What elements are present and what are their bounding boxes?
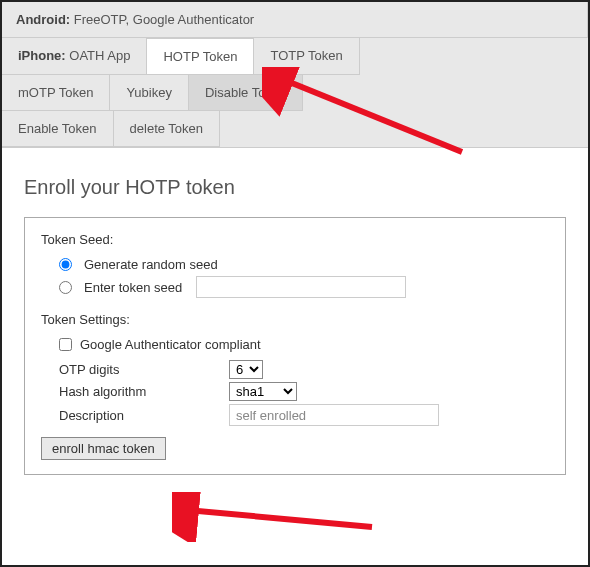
iphone-app: OATH App (66, 48, 131, 63)
tab-hotp-label: HOTP Token (163, 49, 237, 64)
token-settings-label: Token Settings: (41, 312, 549, 327)
tab-android-info[interactable]: Android: FreeOTP, Google Authenticator (2, 2, 588, 38)
tab-enable-token[interactable]: Enable Token (2, 111, 114, 147)
tab-disable-token[interactable]: Disable Token (189, 75, 303, 111)
tabs-container: Android: FreeOTP, Google Authenticator i… (2, 2, 588, 148)
seed-input[interactable] (196, 276, 406, 298)
otp-digits-label: OTP digits (59, 362, 229, 377)
radio-enter-label: Enter token seed (84, 280, 182, 295)
otp-digits-select[interactable]: 6 (229, 360, 263, 379)
radio-generate-label: Generate random seed (84, 257, 218, 272)
android-label: Android: (16, 12, 70, 27)
hash-algorithm-select[interactable]: sha1 (229, 382, 297, 401)
tab-motp-token[interactable]: mOTP Token (2, 75, 110, 111)
iphone-label: iPhone: (18, 48, 66, 63)
tab-delete-token[interactable]: delete Token (114, 111, 221, 147)
gauth-compliant-label: Google Authenticator compliant (80, 337, 261, 352)
radio-enter-seed[interactable] (59, 281, 72, 294)
enroll-form: Token Seed: Generate random seed Enter t… (24, 217, 566, 475)
token-seed-label: Token Seed: (41, 232, 549, 247)
tab-yubikey[interactable]: Yubikey (110, 75, 189, 111)
tab-yubikey-label: Yubikey (126, 85, 172, 100)
tab-totp-token[interactable]: TOTP Token (254, 38, 359, 75)
checkbox-gauth-compliant[interactable] (59, 338, 72, 351)
tab-hotp-token[interactable]: HOTP Token (147, 38, 254, 75)
android-apps: FreeOTP, Google Authenticator (70, 12, 254, 27)
description-label: Description (59, 408, 229, 423)
radio-generate-seed[interactable] (59, 258, 72, 271)
annotation-arrow-2 (172, 492, 392, 542)
tab-totp-label: TOTP Token (270, 48, 342, 63)
tab-enable-label: Enable Token (18, 121, 97, 136)
enroll-hmac-button[interactable]: enroll hmac token (41, 437, 166, 460)
tab-iphone[interactable]: iPhone: OATH App (2, 38, 147, 75)
tab-motp-label: mOTP Token (18, 85, 93, 100)
tab-disable-label: Disable Token (205, 85, 286, 100)
hash-algorithm-label: Hash algorithm (59, 384, 229, 399)
svg-line-1 (187, 510, 372, 527)
content-area: Enroll your HOTP token Token Seed: Gener… (2, 148, 588, 493)
tab-delete-label: delete Token (130, 121, 204, 136)
page-title: Enroll your HOTP token (24, 176, 566, 199)
description-input[interactable] (229, 404, 439, 426)
